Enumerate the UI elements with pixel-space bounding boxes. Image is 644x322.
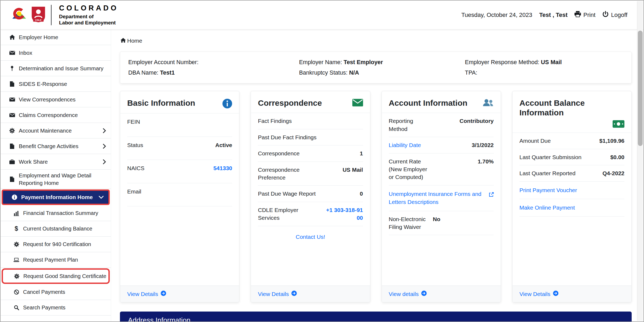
view-details-link[interactable]: View details: [382, 286, 501, 302]
info-circle-icon: [11, 195, 18, 200]
naics-link[interactable]: 541330: [190, 164, 232, 172]
row-label: Correspondence: [258, 149, 321, 157]
row-label: Email: [127, 188, 190, 195]
chevron-down-icon: [99, 196, 104, 199]
print-payment-voucher-link[interactable]: Print Payment Voucher: [519, 182, 624, 199]
table-row: Past Due Fact Findings: [258, 129, 363, 145]
bankruptcy-status-value: N/A: [349, 69, 359, 76]
print-button[interactable]: Print: [575, 11, 595, 19]
cdle-phone-link[interactable]: +1 303-318-9100: [322, 206, 363, 222]
card-title: Account Balance Information: [519, 98, 624, 118]
chevron-right-icon: [103, 144, 106, 149]
address-information-header: Address Information: [120, 312, 632, 321]
envelope-icon: [9, 113, 16, 117]
sidebar-item-label: Employer Home: [19, 34, 58, 41]
row-label: Non-Electronic Filing Waiver: [389, 215, 431, 231]
users-icon: [482, 99, 494, 107]
sidebar-item-search-payments[interactable]: Search Payments: [1, 300, 111, 316]
info-circle-icon: [222, 99, 232, 108]
sidebar-item-label: Payment Information Home: [21, 194, 93, 200]
table-row: Fact Findings: [258, 113, 363, 129]
view-details-link[interactable]: View Details: [251, 286, 370, 302]
dba-name-label: DBA Name:: [128, 69, 158, 76]
sidebar-item-sides-e-response[interactable]: SIDES E-Response: [1, 76, 111, 92]
table-row: Current Rate (New Employer or Computed) …: [389, 153, 494, 185]
sidebar-item-label: Benefit Charge Activities: [19, 143, 78, 149]
link-label: Make Online Payment: [519, 204, 575, 212]
address-information-title: Address Information: [128, 316, 191, 321]
response-method-value: US Mail: [541, 59, 562, 65]
row-label: Last Quarter Reported: [519, 169, 583, 177]
view-details-link[interactable]: View Details: [120, 286, 239, 302]
row-label: Reporting Method: [389, 117, 431, 133]
cog-icon: [13, 242, 20, 247]
tpa-label: TPA:: [465, 69, 477, 76]
brand-dept-line2: Labor and Employment: [59, 20, 119, 26]
ui-forms-letters-link[interactable]: Unemployment Insurance Forms and Letters…: [389, 185, 494, 211]
breadcrumb: Home: [120, 38, 632, 44]
row-label: Current Rate (New Employer or Computed): [389, 158, 431, 181]
row-label: Past Due Fact Findings: [258, 133, 321, 141]
sidebar-item-label: Inbox: [19, 50, 32, 56]
sidebar-item-label: Employment and Wage Detail Reporting Hom…: [19, 172, 106, 186]
link-label: Unemployment Insurance Forms and Letters…: [389, 190, 487, 206]
table-row: Reporting Method Contributory: [389, 113, 494, 137]
sidebar-item-work-share[interactable]: Work Share: [1, 154, 111, 170]
sidebar-item-label: Request Payment Plan: [23, 257, 78, 263]
sidebar-item-employment-wage-detail-reporting-home[interactable]: Employment and Wage Detail Reporting Hom…: [1, 170, 111, 189]
sidebar-item-account-maintenance[interactable]: Account Maintenance: [1, 123, 111, 138]
brand-dept-line1: Department of: [59, 13, 119, 20]
sidebar-item-label: View Correspondences: [19, 96, 76, 103]
sidebar-item-request-good-standing-certificate[interactable]: Request Good Standing Certificate: [2, 268, 110, 284]
sidebar-item-label: Financial Transaction Summary: [23, 210, 98, 216]
sidebar-item-claims-correspondence[interactable]: Claims Correspondence: [1, 107, 111, 123]
view-details-label: View details: [389, 291, 419, 297]
row-value: 1: [321, 149, 363, 157]
brand-text: COLORADO Department of Labor and Employm…: [59, 4, 119, 26]
print-label: Print: [583, 12, 595, 19]
envelope-icon: [9, 51, 16, 55]
page-scrollbar-track[interactable]: [637, 1, 643, 321]
sidebar-item-view-correspondences[interactable]: View Correspondences: [1, 92, 111, 107]
power-icon: [602, 11, 609, 19]
cdle-shield-icon: CDLE: [31, 6, 46, 24]
table-row: Non-Electronic Filing Waiver No: [389, 211, 494, 235]
logoff-label: Logoff: [611, 12, 627, 19]
card-title: Basic Information: [127, 98, 195, 108]
app-window: CDLE COLORADO Department of Labor and Em…: [0, 0, 644, 322]
liability-date-link[interactable]: Liability Date: [389, 141, 431, 149]
chevron-right-icon: [103, 159, 106, 164]
search-icon: [13, 305, 20, 310]
page-scrollbar-thumb[interactable]: [638, 31, 643, 146]
sidebar-item-request-940-certification[interactable]: Request for 940 Certification: [1, 237, 111, 252]
file-icon: [9, 144, 16, 149]
sidebar-item-employer-home[interactable]: Employer Home: [1, 30, 111, 45]
make-online-payment-link[interactable]: Make Online Payment: [519, 199, 624, 217]
sidebar-item-label: Current Outstanding Balance: [23, 226, 92, 232]
row-label: Correspondence Preference: [258, 166, 321, 182]
link-label: Print Payment Voucher: [519, 186, 577, 194]
dba-name-value: Test1: [160, 69, 175, 76]
sidebar-item-request-payment-plan[interactable]: Request Payment Plan: [1, 252, 111, 268]
account-information-card: Account Information Reporting Method Con…: [382, 91, 501, 302]
bankruptcy-status-label: Bankruptcy Status:: [299, 69, 347, 76]
contact-us-link[interactable]: Contact Us!: [258, 226, 363, 248]
view-details-link[interactable]: View Details: [513, 286, 631, 302]
sidebar-item-payment-information-home[interactable]: Payment Information Home: [2, 189, 110, 205]
row-value: Q4-2022: [583, 169, 625, 177]
row-value: Contributory: [431, 117, 494, 125]
sidebar-item-financial-transaction-summary[interactable]: Financial Transaction Summary: [1, 206, 111, 221]
row-value: $0.00: [583, 153, 625, 161]
file-icon: [9, 81, 16, 87]
sidebar-item-current-outstanding-balance[interactable]: $ Current Outstanding Balance: [1, 221, 111, 237]
logoff-button[interactable]: Logoff: [602, 11, 627, 19]
row-label: Status: [127, 141, 190, 149]
sidebar-item-inbox[interactable]: Inbox: [1, 45, 111, 61]
table-row: NAICS 541330: [127, 160, 232, 183]
sidebar-item-cancel-payments[interactable]: Cancel Payments: [1, 284, 111, 300]
row-value: 0: [321, 190, 363, 197]
correspondence-card: Correspondence Fact Findings Past Due Fa…: [251, 91, 370, 302]
sidebar-item-benefit-charge-activities[interactable]: Benefit Charge Activities: [1, 138, 111, 154]
sidebar-item-determination-issue-summary[interactable]: Determination and Issue Summary: [1, 61, 111, 76]
breadcrumb-home-link[interactable]: Home: [127, 38, 142, 44]
